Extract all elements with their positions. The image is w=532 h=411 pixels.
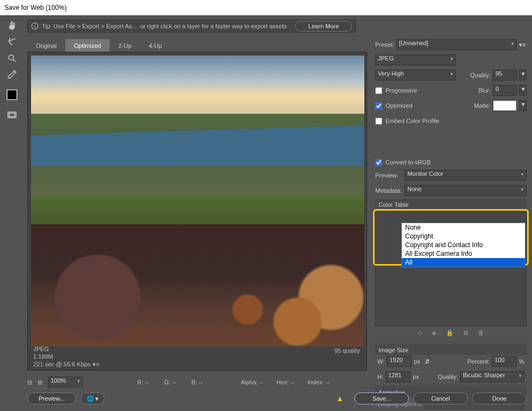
- percent-input[interactable]: 100: [492, 356, 517, 367]
- compression-select[interactable]: Very High: [375, 70, 456, 81]
- tab-optimized[interactable]: Optimized: [65, 39, 110, 52]
- status-bar: ⊟ ⊞ 100% R: -- G: -- B: -- Alpha: -- Hex…: [27, 376, 367, 388]
- progressive-checkbox[interactable]: Progressive: [375, 84, 417, 97]
- cube-icon[interactable]: ◈: [432, 329, 436, 336]
- svg-rect-2: [9, 113, 15, 116]
- readout-g: G: --: [164, 379, 176, 385]
- readout-hex: Hex: --: [277, 379, 295, 385]
- slice-tool-icon[interactable]: [4, 36, 20, 48]
- save-button[interactable]: Save...: [354, 392, 409, 404]
- window-title: Save for Web (100%): [0, 0, 532, 15]
- blur-input[interactable]: 0: [493, 85, 517, 96]
- link-icon[interactable]: ⇵: [425, 358, 430, 365]
- preview-meta: JPEG 1.189M 221 sec @ 56.6 Kbps ▾≡: [33, 345, 100, 368]
- convert-srgb-checkbox[interactable]: Convert to sRGB: [375, 156, 527, 169]
- resample-quality-label: Quality:: [438, 373, 458, 380]
- globe-icon: 🌐: [87, 395, 94, 402]
- width-label: W:: [377, 358, 384, 365]
- browser-preview-button[interactable]: 🌐▾: [81, 392, 105, 404]
- percent-sign: %: [519, 358, 524, 365]
- metadata-label: Metadata:: [375, 187, 402, 194]
- metadata-option-none[interactable]: None: [402, 223, 525, 232]
- matte-menu-toggle[interactable]: ▾: [519, 100, 527, 111]
- blur-label: Blur:: [478, 87, 491, 94]
- preview-profile-label: Preview:: [375, 172, 402, 179]
- preview-quality-readout: 95 quality: [334, 347, 360, 354]
- svg-point-0: [9, 55, 14, 60]
- tip-bar: Tip: Use File > Export > Export As... or…: [27, 20, 356, 33]
- image-size-header: Image Size: [375, 345, 527, 355]
- readout-alpha: Alpha: --: [241, 379, 264, 385]
- resample-select[interactable]: Bicubic Sharper: [460, 371, 524, 382]
- view-tabs: Original Optimized 2-Up 4-Up: [27, 39, 170, 52]
- optimized-checkbox[interactable]: Optimized: [375, 99, 413, 112]
- metadata-option-all[interactable]: All: [402, 258, 525, 267]
- width-input[interactable]: 1920: [387, 356, 412, 367]
- learn-more-button[interactable]: Learn More: [295, 21, 352, 32]
- height-label: H:: [377, 373, 383, 380]
- quality-slider-toggle[interactable]: ▾: [519, 70, 527, 81]
- metadata-select[interactable]: None: [405, 185, 527, 196]
- embed-profile-checkbox[interactable]: Embed Color Profile: [375, 114, 439, 127]
- preview-time: 221 sec @ 56.6 Kbps: [33, 360, 90, 368]
- readout-b: B: --: [191, 379, 203, 385]
- trash-icon[interactable]: 🗑: [478, 329, 484, 336]
- preview-button[interactable]: Preview...: [27, 392, 76, 404]
- matte-swatch[interactable]: [493, 100, 517, 111]
- image-content: [31, 56, 364, 346]
- tip-text2: or right click on a layer for a faster w…: [140, 23, 286, 29]
- preset-select[interactable]: [Unnamed]: [396, 39, 517, 50]
- percent-label: Percent:: [467, 358, 490, 365]
- metadata-dropdown-list[interactable]: None Copyright Copyright and Contact Inf…: [401, 223, 525, 267]
- tab-original[interactable]: Original: [27, 39, 65, 52]
- metadata-option-copyright[interactable]: Copyright: [402, 232, 525, 241]
- expand-icon[interactable]: ⊞: [38, 379, 42, 386]
- done-button[interactable]: Done: [472, 392, 527, 404]
- snap-icon[interactable]: ◇: [418, 329, 422, 336]
- color-table-header: Color Table: [375, 199, 527, 210]
- warning-icon[interactable]: ▲: [336, 394, 344, 403]
- format-select[interactable]: JPEG: [375, 54, 456, 65]
- hand-tool-icon[interactable]: [4, 20, 20, 32]
- eyedropper-tool-icon[interactable]: [4, 69, 20, 81]
- readout-index: Index: --: [308, 379, 329, 385]
- preset-menu-icon[interactable]: ▾≡: [519, 41, 527, 48]
- collapse-icon[interactable]: ⊟: [27, 379, 32, 386]
- zoom-select[interactable]: 100%: [48, 377, 83, 388]
- tip-text: Tip: Use File > Export > Export As...: [42, 23, 137, 29]
- preview-image[interactable]: [31, 56, 364, 346]
- tab-4up[interactable]: 4-Up: [140, 39, 170, 52]
- readout-r: R: --: [137, 379, 149, 385]
- cancel-button[interactable]: Cancel: [413, 392, 468, 404]
- info-icon: [31, 22, 39, 30]
- quality-input[interactable]: 95: [493, 70, 517, 81]
- quality-label: Quality:: [470, 72, 491, 78]
- preview-size: 1.189M: [33, 353, 100, 360]
- zoom-tool-icon[interactable]: [4, 52, 20, 64]
- preview-area: JPEG 1.189M 221 sec @ 56.6 Kbps ▾≡ 95 qu…: [27, 52, 367, 371]
- preset-label: Preset:: [375, 41, 394, 48]
- px-label-w: px: [414, 358, 420, 365]
- color-table-toolbar: ◇ ◈ 🔒 ⊞ 🗑: [375, 326, 527, 340]
- lock-icon[interactable]: 🔒: [446, 329, 454, 336]
- button-bar: Preview... 🌐▾ ▲ Save... Cancel Done: [27, 391, 527, 406]
- metadata-option-copyright-contact[interactable]: Copyright and Contact Info: [402, 241, 525, 249]
- px-label-h: px: [413, 373, 419, 380]
- preview-format: JPEG: [33, 345, 100, 353]
- tab-2up[interactable]: 2-Up: [109, 39, 140, 52]
- preview-profile-select[interactable]: Monitor Color: [405, 170, 527, 181]
- metadata-option-all-except-camera[interactable]: All Except Camera Info: [402, 249, 525, 258]
- left-toolbar: [0, 15, 24, 396]
- height-input[interactable]: 1281: [386, 371, 411, 382]
- new-color-icon[interactable]: ⊞: [463, 329, 468, 336]
- bandwidth-menu-icon[interactable]: ▾≡: [93, 360, 99, 368]
- blur-slider-toggle[interactable]: ▾: [519, 85, 527, 96]
- matte-label: Matte:: [474, 102, 491, 109]
- slice-visibility-icon[interactable]: [4, 109, 20, 121]
- foreground-swatch[interactable]: [7, 89, 17, 100]
